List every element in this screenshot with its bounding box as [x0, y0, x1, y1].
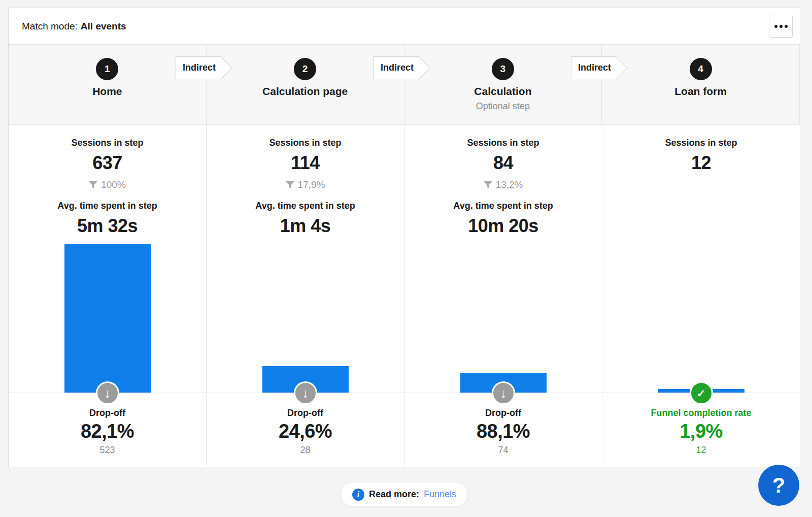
sessions-value: 114: [207, 152, 404, 174]
step-name: Loan form: [674, 85, 727, 98]
step-number-badge: 1: [96, 58, 118, 80]
question-mark-icon: ?: [772, 473, 786, 498]
avg-time-label: Avg. time spent in step: [9, 201, 206, 211]
sessions-in-step-label: Sessions in step: [404, 138, 602, 148]
connector-tag-indirect: Indirect: [571, 56, 616, 79]
match-mode-value: All events: [81, 21, 126, 32]
share-percent: 17,9%: [298, 179, 325, 190]
dropoff-label: Drop-off: [207, 408, 404, 418]
more-options-button[interactable]: [769, 15, 793, 38]
dropoff-percent: 82,1%: [9, 421, 206, 442]
step-stats-row: Sessions in step 637 100% Avg. time spen…: [9, 125, 800, 393]
share-row: 100%: [9, 179, 206, 190]
sessions-in-step-label: Sessions in step: [207, 138, 404, 148]
filter-funnel-icon: [286, 181, 294, 189]
completion-percent: 1,9%: [602, 421, 800, 442]
share-percent: 100%: [101, 179, 126, 190]
dropoff-arrow-icon: ↓: [294, 381, 317, 405]
dropoff-count: 74: [404, 445, 602, 456]
share-row: 13,2%: [404, 179, 602, 190]
stats-column-calculation: Sessions in step 84 13,2% Avg. time spen…: [404, 125, 602, 393]
completion-check-icon: ✓: [690, 381, 713, 405]
avg-time-label: Avg. time spent in step: [207, 201, 404, 211]
sessions-in-step-label: Sessions in step: [602, 138, 800, 148]
filter-funnel-icon: [89, 181, 97, 189]
avg-time-value: 5m 32s: [9, 215, 206, 237]
completion-column-loan-form: ✓ Funnel completion rate 1,9% 12: [602, 393, 800, 466]
step-header-row: 1 Home 2 Calculation page 3 Calculation …: [9, 45, 800, 125]
stats-column-calculation-page: Sessions in step 114 17,9% Avg. time spe…: [207, 125, 404, 393]
sessions-value: 637: [9, 152, 206, 174]
step-name: Calculation page: [262, 85, 348, 98]
step-number-badge: 4: [690, 58, 712, 80]
stats-column-home: Sessions in step 637 100% Avg. time spen…: [9, 125, 207, 393]
completion-label: Funnel completion rate: [602, 408, 800, 418]
info-icon: i: [352, 489, 364, 501]
step-header-loan-form: 4 Loan form: [602, 45, 800, 124]
avg-time-label: Avg. time spent in step: [404, 201, 602, 211]
match-mode-label: Match mode:: [22, 21, 78, 32]
dropoff-count: 523: [9, 445, 206, 456]
funnel-bar: [64, 244, 151, 393]
dropoff-column-calculation-page: ↓ Drop-off 24,6% 28: [207, 393, 404, 466]
avg-time-value: 1m 4s: [207, 215, 404, 237]
dropoff-percent: 88,1%: [404, 421, 602, 442]
read-more-label: Read more:: [369, 489, 419, 500]
sessions-value: 84: [404, 152, 602, 174]
dropoff-arrow-icon: ↓: [96, 381, 119, 405]
stats-column-loan-form: Sessions in step 12: [602, 125, 800, 393]
dropoff-arrow-icon: ↓: [492, 381, 515, 405]
dropoff-count: 28: [207, 445, 404, 456]
share-row: 17,9%: [207, 179, 404, 190]
sessions-in-step-label: Sessions in step: [9, 138, 206, 148]
step-number-badge: 3: [492, 58, 514, 80]
step-name: Home: [92, 85, 122, 98]
connector-tag-indirect: Indirect: [176, 56, 221, 79]
completion-count: 12: [602, 445, 800, 456]
dropoff-percent: 24,6%: [207, 421, 404, 442]
filter-funnel-icon: [484, 181, 492, 189]
read-more-pill[interactable]: i Read more: Funnels: [341, 482, 468, 507]
step-name: Calculation: [474, 85, 531, 98]
match-mode-bar: Match mode: All events: [9, 8, 800, 45]
footer: i Read more: Funnels: [0, 482, 808, 507]
funnel-report-panel: Match mode: All events 1 Home 2 Calculat…: [8, 8, 800, 467]
dropoff-label: Drop-off: [404, 408, 602, 418]
step-number-badge: 2: [294, 58, 316, 80]
help-button[interactable]: ?: [758, 465, 799, 506]
connector-tag-indirect: Indirect: [374, 56, 419, 79]
dropoff-column-calculation: ↓ Drop-off 88,1% 74: [404, 393, 602, 466]
dropoff-row: ↓ Drop-off 82,1% 523 ↓ Drop-off 24,6% 28…: [9, 393, 800, 466]
ellipsis-icon: [774, 25, 777, 28]
optional-step-label: Optional step: [476, 101, 530, 112]
dropoff-column-home: ↓ Drop-off 82,1% 523: [9, 393, 207, 466]
avg-time-value: 10m 20s: [404, 215, 602, 237]
sessions-value: 12: [602, 152, 800, 174]
share-percent: 13,2%: [496, 179, 523, 190]
funnels-link[interactable]: Funnels: [424, 489, 456, 500]
dropoff-label: Drop-off: [9, 408, 206, 418]
